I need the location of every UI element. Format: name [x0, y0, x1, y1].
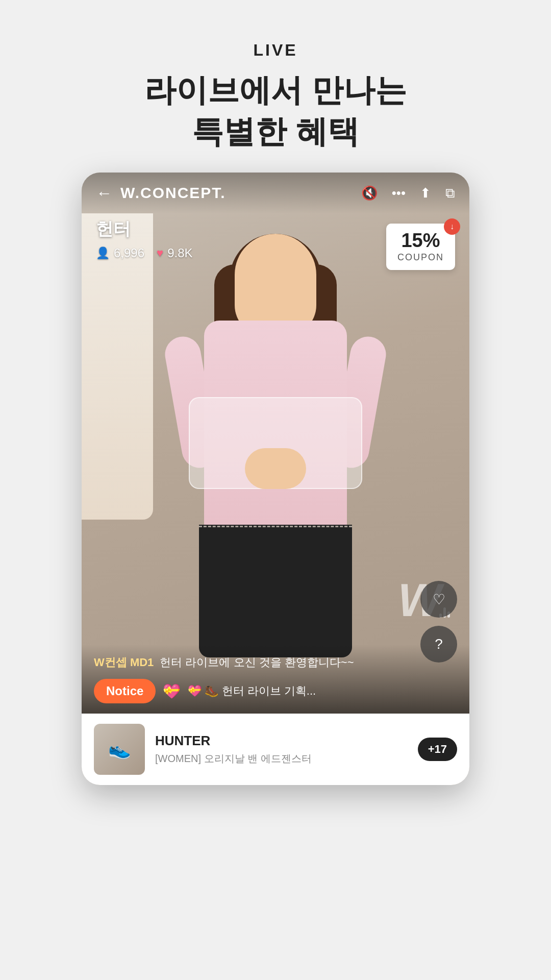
brand-logo: W.CONCEPT.: [120, 184, 361, 202]
share-icon[interactable]: ⬆: [420, 185, 431, 201]
more-icon[interactable]: •••: [392, 185, 406, 201]
stats-row: 👤 6,996 ♥ 9.8K: [96, 246, 193, 260]
likes-count: 9.8K: [167, 246, 192, 260]
streamer-name: 헌터: [96, 217, 193, 241]
hands: [245, 448, 306, 489]
mute-icon[interactable]: 🔇: [361, 185, 378, 201]
product-sub: [WOMEN] 오리지날 밴 에드젠스터: [155, 752, 408, 766]
top-icons: 🔇 ••• ⬆ ⧉: [361, 185, 455, 201]
back-button[interactable]: ←: [96, 184, 112, 203]
subtitle-line1: 라이브에서 만나는: [144, 72, 406, 108]
question-icon: ?: [435, 636, 443, 652]
top-bar: ← W.CONCEPT. 🔇 ••• ⬆ ⧉: [82, 173, 469, 213]
person-figure: [158, 234, 393, 652]
viewers-stat: 👤 6,996: [96, 246, 144, 260]
download-dot: ↓: [444, 218, 460, 235]
video-area: W ← W.CONCEPT. 🔇 ••• ⬆ ⧉ 헌터 👤 6,996: [82, 173, 469, 714]
chat-message: W컨셉 MD1 헌터 라이브에 오신 것을 환영합니다~~: [94, 655, 457, 671]
product-strip: 👟 HUNTER [WOMEN] 오리지날 밴 에드젠스터 +17: [82, 714, 469, 785]
action-buttons: ♡ ?: [420, 581, 457, 663]
notice-text: 💝 🥾 헌터 라이브 기획...: [188, 683, 457, 699]
subtitle-line2: 특별한 혜택: [192, 114, 359, 149]
viewer-info: 헌터 👤 6,996 ♥ 9.8K: [96, 217, 193, 260]
live-label: LIVE: [0, 41, 551, 60]
body-bottom: [199, 525, 352, 657]
notice-emoji: 💝: [163, 683, 181, 700]
screen-icon[interactable]: ⧉: [445, 185, 455, 201]
header-subtitle: 라이브에서 만나는 특별한 혜택: [0, 70, 551, 152]
belt: [199, 526, 352, 535]
viewers-icon: 👤: [96, 247, 110, 260]
question-action-button[interactable]: ?: [420, 626, 457, 663]
bottom-overlay: W컨셉 MD1 헌터 라이브에 오신 것을 환영합니다~~ Notice 💝 💝…: [82, 645, 469, 714]
likes-stat: ♥ 9.8K: [157, 246, 192, 260]
product-badge[interactable]: +17: [418, 738, 457, 761]
product-info: HUNTER [WOMEN] 오리지날 밴 에드젠스터: [155, 733, 408, 766]
coupon-label: COUPON: [397, 252, 444, 263]
product-thumb-inner: 👟: [94, 724, 145, 775]
heart-action-icon: ♡: [433, 591, 445, 608]
phone-mockup: W ← W.CONCEPT. 🔇 ••• ⬆ ⧉ 헌터 👤 6,996: [82, 173, 469, 785]
viewers-count: 6,996: [114, 246, 144, 260]
notice-bar: Notice 💝 💝 🥾 헌터 라이브 기획...: [94, 679, 457, 703]
chat-sender: W컨셉 MD1: [94, 655, 154, 670]
notice-button[interactable]: Notice: [94, 679, 156, 703]
heart-action-button[interactable]: ♡: [420, 581, 457, 618]
product-thumb: 👟: [94, 724, 145, 775]
product-name: HUNTER: [155, 733, 408, 749]
page-header: LIVE 라이브에서 만나는 특별한 혜택: [0, 0, 551, 173]
coupon-percent: 15%: [401, 231, 440, 250]
coupon-badge[interactable]: ↓ 15% COUPON: [386, 224, 455, 270]
heart-icon: ♥: [157, 247, 163, 260]
chat-text: 헌터 라이브에 오신 것을 환영합니다~~: [160, 655, 354, 671]
